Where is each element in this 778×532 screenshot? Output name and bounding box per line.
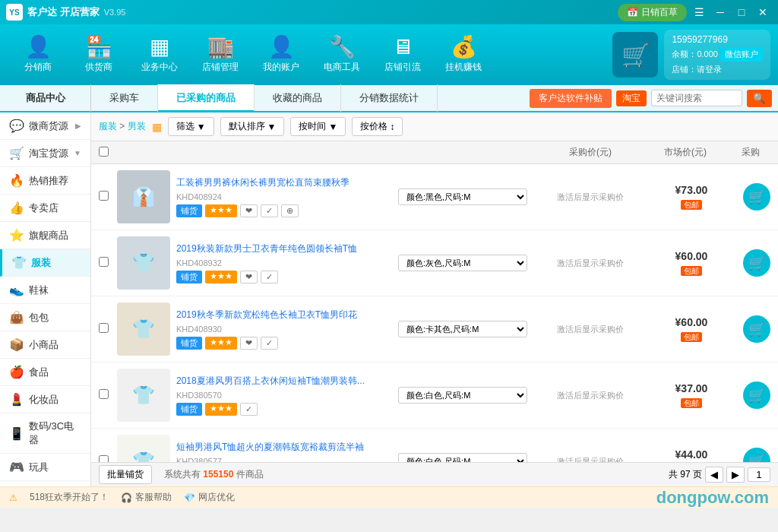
product-title-4[interactable]: 2018夏港风男百搭上衣休闲短袖T恤潮男装韩...	[176, 375, 392, 388]
tag-listing[interactable]: 铺货	[176, 403, 202, 416]
add-to-cart-btn-4[interactable]: 🛒	[743, 382, 770, 409]
nav-right: 🛒 15959277969 余额：0.000 微信账户 店铺：请登录	[612, 30, 770, 80]
breadcrumb-sub[interactable]: 男装	[128, 121, 146, 131]
add-to-cart-btn-2[interactable]: 🛒	[743, 249, 770, 277]
row-checkbox-5[interactable]	[99, 455, 111, 462]
maximize-btn[interactable]: □	[732, 3, 751, 21]
sidebar-item-clothing[interactable]: 👕 服装	[0, 249, 90, 277]
filter-button[interactable]: 筛选 ▼	[168, 117, 214, 136]
nav-item-store-mgmt[interactable]: 🏬 店铺管理	[190, 28, 251, 81]
sidebar-item-digital[interactable]: 📱 数码/3C电器	[0, 413, 90, 454]
sidebar-label-wechat: 微商货源	[29, 119, 68, 133]
purchase-price-4: 激活后显示采购价	[541, 390, 640, 401]
customer-service[interactable]: 🎧 客服帮助	[121, 491, 172, 504]
price-sort-button[interactable]: 按价格 ↕	[352, 117, 403, 136]
app-title: 客户达 开店营家	[27, 5, 100, 19]
tag-heart[interactable]: ❤	[240, 271, 258, 283]
variant-select-2[interactable]: 颜色:灰色,尺码:M	[398, 255, 527, 271]
sidebar-item-food[interactable]: 🍎 食品	[0, 359, 90, 386]
add-to-cart-btn-3[interactable]: 🛒	[743, 315, 770, 343]
store-optimize[interactable]: 💎 网店优化	[184, 491, 235, 504]
tag-stars: ★★★	[205, 337, 237, 350]
sidebar-item-hot[interactable]: 🔥 热销推荐	[0, 167, 90, 195]
tab-favorites[interactable]: 收藏的商品	[255, 84, 341, 112]
breadcrumb-category[interactable]: 服装	[99, 121, 117, 131]
nav-item-distributor[interactable]: 👤 分销商	[8, 28, 68, 81]
sidebar-label-toys: 玩具	[29, 461, 49, 474]
market-price-4: ¥37.00 包邮	[646, 382, 737, 409]
product-thumb-3: 👕	[117, 302, 170, 356]
next-page-btn[interactable]: ▶	[726, 467, 745, 483]
tag-listing[interactable]: 铺货	[176, 204, 202, 217]
recharge-btn[interactable]: 微信账户	[720, 47, 763, 62]
sidebar-item-special[interactable]: 👍 专卖店	[0, 195, 90, 222]
menu-btn[interactable]: ☰	[690, 3, 708, 21]
row-checkbox-2[interactable]	[99, 257, 111, 269]
earn-icon: 💰	[451, 36, 477, 58]
user-cart: 🛒	[612, 32, 658, 78]
sidebar-item-toys[interactable]: 🎮 玩具	[0, 454, 90, 481]
sidebar-label-small-goods: 小商品	[29, 338, 59, 352]
row-checkbox-3[interactable]	[99, 323, 111, 335]
variant-select-5[interactable]: 颜色:白色,尺码:M	[398, 453, 527, 462]
promo-icon: ⚠	[9, 492, 17, 503]
variant-select-3[interactable]: 颜色:卡其色,尺码:M	[398, 321, 527, 337]
sidebar-item-small-goods[interactable]: 📦 小商品	[0, 331, 90, 359]
nav-item-account[interactable]: 👤 我的账户	[251, 28, 312, 81]
nav-item-ecommerce[interactable]: 🔧 电商工具	[312, 28, 372, 81]
page-input[interactable]	[748, 467, 770, 482]
search-button[interactable]: 🔍	[747, 90, 772, 107]
product-title-2[interactable]: 2019秋装新款男士卫衣青年纯色圆领长袖T恤	[176, 242, 392, 255]
tag-listing[interactable]: 铺货	[176, 271, 202, 283]
tag-check[interactable]: ✓	[261, 271, 278, 283]
sidebar-item-cosmetics[interactable]: 💄 化妆品	[0, 386, 90, 413]
price-value-1: ¥73.00	[646, 184, 737, 196]
variant-select-1[interactable]: 颜色:黑色,尺码:M	[398, 188, 527, 205]
tag-add[interactable]: ⊕	[281, 204, 299, 217]
row-checkbox-1[interactable]	[99, 191, 111, 203]
market-price-5: ¥44.00 包邮	[646, 448, 737, 463]
minimize-btn[interactable]: ─	[711, 3, 729, 21]
product-info-1: 工装裤男男裤休闲长裤男宽松直筒束腰秋季 KHD408924 铺货 ★★★ ❤ ✓…	[176, 176, 392, 217]
add-to-cart-btn-1[interactable]: 🛒	[743, 183, 770, 211]
row-checkbox-4[interactable]	[99, 389, 111, 401]
tab-purchased[interactable]: 已采购的商品	[158, 84, 255, 112]
nav-item-earn[interactable]: 💰 挂机赚钱	[433, 28, 494, 81]
tag-heart[interactable]: ❤	[240, 204, 258, 217]
food-icon: 🍎	[9, 365, 24, 379]
sidebar-item-vip[interactable]: ⭐ 旗舰商品	[0, 222, 90, 249]
sidebar-item-home[interactable]: 🏠 家居用品	[0, 481, 90, 486]
sort-button[interactable]: 默认排序 ▼	[220, 117, 285, 136]
sidebar-item-wechat[interactable]: 💬 微商货源 ▶	[0, 112, 90, 140]
tag-check[interactable]: ✓	[261, 337, 278, 350]
nav-item-business[interactable]: ▦ 业务中心	[129, 28, 190, 81]
sidebar-item-bag[interactable]: 👜 包包	[0, 304, 90, 331]
prev-page-btn[interactable]: ◀	[705, 467, 723, 483]
customer-subsidy-btn[interactable]: 客户达软件补贴	[530, 89, 612, 108]
tag-check[interactable]: ✓	[261, 204, 278, 217]
batch-listing-btn[interactable]: 批量铺货	[99, 465, 152, 484]
total-count: 155150	[203, 469, 233, 480]
product-title-5[interactable]: 短袖男港风T恤超火的夏潮韩版宽裕裁剪流半袖	[176, 441, 392, 454]
search-input[interactable]	[651, 90, 742, 106]
select-all-checkbox[interactable]	[99, 147, 109, 157]
product-title-1[interactable]: 工装裤男男裤休闲长裤男宽松直筒束腰秋季	[176, 176, 392, 189]
nav-item-supplier[interactable]: 🏪 供货商	[68, 28, 129, 81]
sidebar-label-hot: 热销推荐	[29, 174, 68, 188]
add-to-cart-btn-5[interactable]: 🛒	[743, 448, 770, 462]
tag-check[interactable]: ✓	[240, 403, 258, 416]
sidebar-item-shoes[interactable]: 👟 鞋袜	[0, 277, 90, 304]
product-title-3[interactable]: 2019秋冬季新款宽松纯色长袖卫衣T恤男印花	[176, 309, 392, 321]
tab-cart[interactable]: 采购车	[91, 84, 158, 112]
variant-select-4[interactable]: 颜色:白色,尺码:M	[398, 387, 527, 404]
nav-item-guide[interactable]: 🖥 店铺引流	[372, 28, 433, 81]
daily-btn[interactable]: 📅 日销百草	[618, 4, 687, 21]
digital-icon: 📱	[9, 426, 24, 441]
tab-stats[interactable]: 分销数据统计	[341, 84, 438, 112]
tag-heart[interactable]: ❤	[240, 337, 258, 350]
tag-listing[interactable]: 铺货	[176, 337, 202, 350]
time-sort-button[interactable]: 按时间 ▼	[290, 117, 346, 136]
close-btn[interactable]: ✕	[754, 3, 772, 21]
sidebar-item-taobao[interactable]: 🛒 淘宝货源 ▼	[0, 140, 90, 167]
sidebar: 💬 微商货源 ▶ 🛒 淘宝货源 ▼ 🔥 热销推荐 👍 专卖店 ⭐ 旗舰商品 👕 …	[0, 112, 91, 486]
